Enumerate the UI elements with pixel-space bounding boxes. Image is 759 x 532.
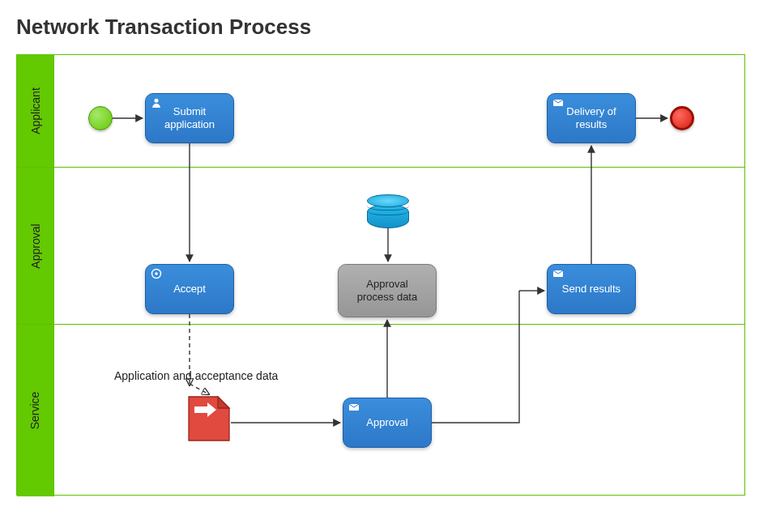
end-event <box>670 106 694 130</box>
user-icon <box>151 97 162 109</box>
lane-label-service: Service <box>29 392 42 430</box>
task-approval-process-data: Approval process data <box>338 264 437 317</box>
lane-label-approval: Approval <box>29 223 42 268</box>
envelope-icon <box>552 268 564 279</box>
envelope-icon <box>348 402 360 413</box>
task-accept-label: Accept <box>173 283 206 296</box>
task-send-results: Send results <box>547 264 636 314</box>
task-send-results-label: Send results <box>562 283 620 296</box>
data-store <box>367 194 409 228</box>
lane-header-approval: Approval <box>17 168 54 324</box>
annotation-app-accept-data: Application and acceptance data <box>114 369 278 382</box>
task-approval-data-label: Approval process data <box>347 278 428 303</box>
bpmn-pool: Applicant Approval Service Submit applic… <box>16 54 745 496</box>
gear-icon <box>151 268 162 279</box>
task-accept: Accept <box>145 264 234 314</box>
lane-label-applicant: Applicant <box>29 87 42 134</box>
start-event <box>88 106 113 130</box>
task-approval: Approval <box>343 398 432 448</box>
task-approval-label: Approval <box>366 416 407 429</box>
task-delivery-results: Delivery of results <box>547 93 636 143</box>
page-title: Network Transaction Process <box>16 15 743 40</box>
task-submit-label: Submit application <box>154 105 225 130</box>
task-delivery-label: Delivery of results <box>556 105 627 130</box>
task-submit-application: Submit application <box>145 93 234 143</box>
lane-header-applicant: Applicant <box>17 55 54 167</box>
svg-point-3 <box>155 272 158 275</box>
document-artifact <box>187 395 231 442</box>
envelope-icon <box>552 97 564 109</box>
lane-header-service: Service <box>17 325 54 496</box>
svg-point-0 <box>155 99 159 103</box>
